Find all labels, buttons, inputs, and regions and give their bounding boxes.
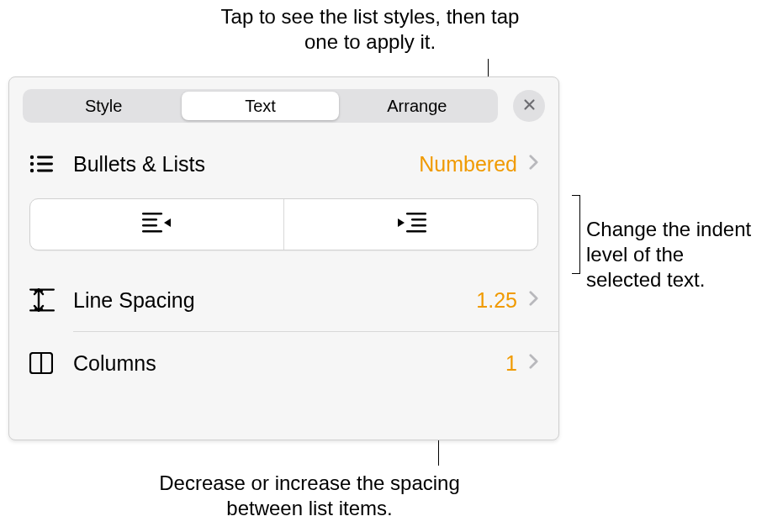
svg-rect-7 bbox=[142, 219, 157, 221]
line-spacing-label: Line Spacing bbox=[73, 288, 476, 313]
tab-text[interactable]: Text bbox=[182, 92, 338, 120]
svg-rect-14 bbox=[29, 289, 55, 291]
chevron-right-icon bbox=[529, 290, 538, 310]
line-spacing-icon bbox=[29, 288, 63, 312]
indent-button[interactable] bbox=[284, 199, 537, 250]
svg-rect-11 bbox=[411, 219, 426, 221]
format-panel: Style Text Arrange bbox=[8, 76, 559, 440]
svg-rect-12 bbox=[411, 224, 426, 227]
columns-icon bbox=[29, 352, 63, 374]
tab-style[interactable]: Style bbox=[25, 92, 182, 120]
svg-point-4 bbox=[30, 169, 34, 172]
indent-button-group bbox=[29, 198, 538, 250]
svg-rect-9 bbox=[142, 230, 162, 233]
svg-point-2 bbox=[30, 162, 34, 166]
line-spacing-value: 1.25 bbox=[476, 288, 517, 313]
columns-label: Columns bbox=[73, 351, 505, 376]
bullets-lists-label: Bullets & Lists bbox=[73, 152, 419, 176]
row-columns[interactable]: Columns 1 bbox=[9, 332, 558, 394]
indent-icon bbox=[396, 212, 426, 237]
close-icon bbox=[522, 97, 537, 115]
svg-rect-15 bbox=[29, 309, 55, 311]
svg-rect-8 bbox=[142, 224, 157, 227]
columns-value: 1 bbox=[505, 351, 517, 376]
callout-bracket-indent bbox=[563, 195, 580, 274]
row-line-spacing[interactable]: Line Spacing 1.25 bbox=[9, 269, 558, 331]
callout-list-styles: Tap to see the list styles, then tap one… bbox=[202, 4, 538, 55]
segmented-control: Style Text Arrange bbox=[23, 89, 498, 123]
callout-indent-level: Change the indent level of the selected … bbox=[586, 217, 763, 292]
chevron-right-icon bbox=[529, 154, 538, 174]
tab-arrange[interactable]: Arrange bbox=[339, 92, 495, 120]
panel-header: Style Text Arrange bbox=[9, 77, 558, 133]
row-bullets-and-lists[interactable]: Bullets & Lists Numbered bbox=[9, 133, 558, 195]
callout-line-spacing: Decrease or increase the spacing between… bbox=[133, 471, 486, 521]
svg-rect-5 bbox=[37, 170, 53, 172]
close-button[interactable] bbox=[513, 90, 545, 122]
svg-point-0 bbox=[30, 155, 34, 159]
svg-rect-10 bbox=[406, 213, 426, 215]
outdent-icon bbox=[142, 212, 172, 237]
svg-rect-13 bbox=[406, 230, 426, 233]
bullets-lists-value: Numbered bbox=[419, 152, 517, 176]
outdent-button[interactable] bbox=[30, 199, 284, 250]
list-icon bbox=[29, 154, 63, 174]
svg-rect-1 bbox=[37, 156, 53, 159]
svg-rect-3 bbox=[37, 163, 53, 166]
svg-rect-6 bbox=[142, 213, 162, 215]
chevron-right-icon bbox=[529, 353, 538, 373]
